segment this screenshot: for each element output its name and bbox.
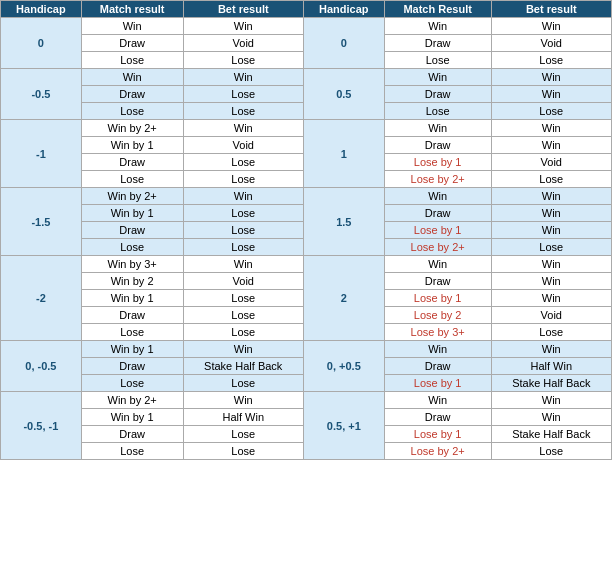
left-bet-result: Lose	[183, 426, 303, 443]
left-bet-result: Win	[183, 341, 303, 358]
right-match-result: Lose by 2+	[384, 171, 491, 188]
right-match-result: Draw	[384, 205, 491, 222]
left-match-result: Draw	[81, 35, 183, 52]
left-bet-result: Lose	[183, 375, 303, 392]
left-match-result: Win	[81, 18, 183, 35]
right-bet-result: Lose	[491, 52, 611, 69]
header-match-result-right: Match Result	[384, 1, 491, 18]
right-bet-result: Lose	[491, 239, 611, 256]
right-match-result: Win	[384, 18, 491, 35]
left-match-result: Win by 2+	[81, 120, 183, 137]
right-bet-result: Lose	[491, 171, 611, 188]
left-match-result: Lose	[81, 103, 183, 120]
right-match-result: Lose by 2+	[384, 239, 491, 256]
right-bet-result: Win	[491, 290, 611, 307]
left-handicap-value: -0.5	[1, 69, 82, 120]
right-match-result: Draw	[384, 409, 491, 426]
right-bet-result: Lose	[491, 103, 611, 120]
left-match-result: Win by 3+	[81, 256, 183, 273]
handicap-table: Handicap Match result Bet result Handica…	[0, 0, 612, 460]
left-match-result: Win by 2+	[81, 392, 183, 409]
right-bet-result: Win	[491, 222, 611, 239]
left-handicap-value: -2	[1, 256, 82, 341]
right-bet-result: Win	[491, 341, 611, 358]
right-match-result: Draw	[384, 137, 491, 154]
left-bet-result: Void	[183, 137, 303, 154]
right-match-result: Draw	[384, 358, 491, 375]
right-handicap-value: 1.5	[303, 188, 384, 256]
right-bet-result: Win	[491, 18, 611, 35]
right-bet-result: Stake Half Back	[491, 426, 611, 443]
left-bet-result: Lose	[183, 154, 303, 171]
left-match-result: Lose	[81, 171, 183, 188]
right-match-result: Win	[384, 256, 491, 273]
right-match-result: Lose by 3+	[384, 324, 491, 341]
right-match-result: Win	[384, 188, 491, 205]
right-match-result: Lose by 2	[384, 307, 491, 324]
right-bet-result: Win	[491, 188, 611, 205]
left-match-result: Win by 2	[81, 273, 183, 290]
left-bet-result: Win	[183, 18, 303, 35]
left-bet-result: Lose	[183, 239, 303, 256]
right-handicap-value: 2	[303, 256, 384, 341]
right-match-result: Win	[384, 341, 491, 358]
left-bet-result: Lose	[183, 222, 303, 239]
left-bet-result: Lose	[183, 171, 303, 188]
left-match-result: Win by 1	[81, 341, 183, 358]
right-match-result: Lose by 1	[384, 290, 491, 307]
right-handicap-value: 0, +0.5	[303, 341, 384, 392]
right-bet-result: Win	[491, 392, 611, 409]
right-handicap-value: 0.5, +1	[303, 392, 384, 460]
left-match-result: Lose	[81, 443, 183, 460]
left-match-result: Draw	[81, 86, 183, 103]
right-handicap-value: 1	[303, 120, 384, 188]
left-bet-result: Void	[183, 273, 303, 290]
left-bet-result: Lose	[183, 52, 303, 69]
right-bet-result: Win	[491, 256, 611, 273]
right-match-result: Win	[384, 392, 491, 409]
left-bet-result: Void	[183, 35, 303, 52]
left-match-result: Lose	[81, 52, 183, 69]
left-match-result: Draw	[81, 222, 183, 239]
header-bet-result-right: Bet result	[491, 1, 611, 18]
right-match-result: Lose by 1	[384, 375, 491, 392]
right-bet-result: Lose	[491, 324, 611, 341]
right-match-result: Win	[384, 120, 491, 137]
left-bet-result: Lose	[183, 290, 303, 307]
right-match-result: Win	[384, 69, 491, 86]
left-bet-result: Lose	[183, 205, 303, 222]
right-bet-result: Void	[491, 154, 611, 171]
left-match-result: Win by 1	[81, 290, 183, 307]
right-match-result: Lose by 1	[384, 222, 491, 239]
left-handicap-value: 0	[1, 18, 82, 69]
right-bet-result: Stake Half Back	[491, 375, 611, 392]
right-bet-result: Lose	[491, 443, 611, 460]
left-bet-result: Lose	[183, 443, 303, 460]
right-match-result: Lose by 2+	[384, 443, 491, 460]
left-handicap-value: -1	[1, 120, 82, 188]
left-match-result: Draw	[81, 358, 183, 375]
right-match-result: Lose by 1	[384, 426, 491, 443]
left-handicap-value: -1.5	[1, 188, 82, 256]
header-handicap-left: Handicap	[1, 1, 82, 18]
right-match-result: Lose	[384, 52, 491, 69]
right-match-result: Draw	[384, 273, 491, 290]
left-bet-result: Win	[183, 188, 303, 205]
left-match-result: Draw	[81, 426, 183, 443]
left-match-result: Lose	[81, 375, 183, 392]
right-bet-result: Win	[491, 86, 611, 103]
right-bet-result: Half Win	[491, 358, 611, 375]
right-handicap-value: 0.5	[303, 69, 384, 120]
left-bet-result: Lose	[183, 103, 303, 120]
left-match-result: Win by 1	[81, 409, 183, 426]
left-match-result: Draw	[81, 307, 183, 324]
header-bet-result-left: Bet result	[183, 1, 303, 18]
left-match-result: Win by 2+	[81, 188, 183, 205]
main-container: Handicap Match result Bet result Handica…	[0, 0, 612, 460]
right-bet-result: Win	[491, 137, 611, 154]
left-match-result: Win by 1	[81, 137, 183, 154]
right-bet-result: Void	[491, 307, 611, 324]
left-bet-result: Lose	[183, 86, 303, 103]
right-bet-result: Win	[491, 409, 611, 426]
right-match-result: Draw	[384, 35, 491, 52]
